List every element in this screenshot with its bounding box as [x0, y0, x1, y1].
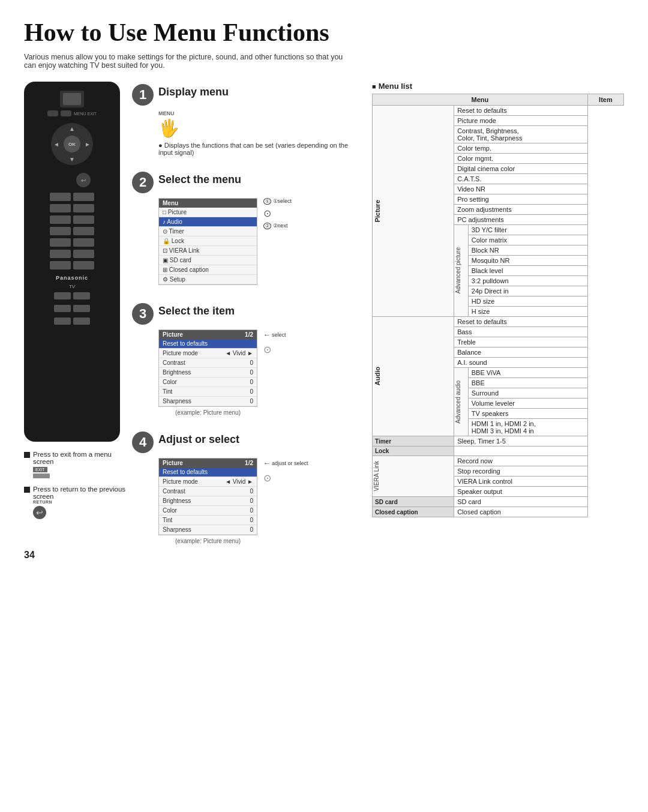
table-row: SD card SD card: [373, 497, 624, 507]
step-4-block: 4 Adjust or select Picture1/2 Reset to d…: [132, 429, 360, 544]
exit-key[interactable]: [33, 474, 50, 478]
step3-item-contrast[interactable]: Contrast0: [159, 358, 257, 368]
step3-item-brightness[interactable]: Brightness0: [159, 368, 257, 377]
step-2-select-note: ① ①select: [263, 198, 292, 204]
step-2-menu: Menu □ Picture ♪ Audio ⊙ Timer 🔒 Lock ⊡ …: [158, 198, 257, 287]
step-4-title: Adjust or select: [158, 433, 239, 446]
rect-btn-2[interactable]: [73, 193, 94, 201]
rect-btn-1[interactable]: [50, 193, 71, 201]
rect-btn-5[interactable]: [50, 215, 71, 224]
panasonic-logo: Panasonic: [56, 275, 88, 281]
step-2-header: 2 Select the menu: [132, 169, 360, 193]
step-1-block: 1 Display menu MENU 🖐 ● Displays the fun…: [132, 82, 360, 156]
step3-item-reset[interactable]: Reset to defaults: [159, 339, 257, 349]
menu-item-timer[interactable]: ⊙ Timer: [159, 227, 257, 236]
step3-item-color[interactable]: Color0: [159, 377, 257, 387]
remote-row-7: [50, 261, 94, 269]
mosquito-nr-item: Mosquito NR: [468, 256, 587, 266]
step-4-adjust-arrow: ← adjust or select: [263, 459, 308, 468]
rect-btn-13[interactable]: [50, 261, 71, 269]
remote-row-9: [54, 305, 90, 312]
audio-reset-item: Reset to defaults: [454, 317, 588, 327]
ok-button[interactable]: OK: [64, 136, 80, 152]
video-nr-item: Video NR: [454, 184, 588, 194]
rect-btn-small-5[interactable]: [54, 317, 71, 325]
step-4-example: (example: Picture menu): [158, 538, 257, 544]
step3-item-sharpness[interactable]: Sharpness0: [159, 397, 257, 406]
3d-yc-filter-item: 3D Y/C filter: [468, 225, 587, 235]
sdcard-item: SD card: [454, 497, 588, 507]
rect-btn-7[interactable]: [50, 227, 71, 235]
rect-btn-small-4[interactable]: [73, 305, 90, 312]
rect-btn-10[interactable]: [73, 238, 94, 247]
step4-item-reset[interactable]: Reset to defaults: [159, 468, 257, 477]
menu-col-header: Menu: [373, 94, 588, 106]
step-3-header: 3 Select the item: [132, 301, 360, 325]
return-key[interactable]: ↩: [33, 506, 46, 519]
color-mgmt-item: Color mgmt.: [454, 154, 588, 164]
step4-item-contrast[interactable]: Contrast0: [159, 487, 257, 496]
step-3-number: 3: [132, 303, 154, 325]
rect-btn-9[interactable]: [50, 238, 71, 247]
btn-small-2[interactable]: [61, 110, 71, 116]
step3-item-mode[interactable]: Picture mode ◄ Vivid ►: [159, 349, 257, 358]
menu-item-closed[interactable]: ⊞ Closed caption: [159, 265, 257, 275]
step-1-menu-label: MENU: [158, 110, 360, 116]
hd-size-item: HD size: [468, 296, 587, 307]
bullet-return: [24, 487, 30, 493]
menu-item-setup[interactable]: ⚙ Setup: [159, 275, 257, 284]
menu-item-sdcard[interactable]: ▣ SD card: [159, 256, 257, 265]
page-container: How to Use Menu Functions Various menus …: [0, 0, 648, 576]
step-1-content: MENU 🖐 ● Displays the functions that can…: [158, 110, 360, 156]
menu-item-audio[interactable]: ♪ Audio: [159, 217, 257, 227]
remote-row-4: [50, 227, 94, 235]
rect-btn-3[interactable]: [50, 204, 71, 212]
rect-btn-11[interactable]: [50, 250, 71, 258]
step4-item-tint[interactable]: Tint0: [159, 516, 257, 525]
remote-control: MENU EXIT ▲ ▼ ◄ ► OK: [24, 82, 120, 442]
right-column: Menu list Menu Item Picture Reset to def…: [372, 82, 624, 558]
closed-caption-category: Closed caption: [373, 507, 454, 517]
exit-button-label[interactable]: EXIT: [33, 467, 47, 472]
bullet-exit: [24, 452, 30, 458]
menu-item-lock[interactable]: 🔒 Lock: [159, 236, 257, 246]
surround-item: Surround: [468, 388, 587, 398]
remote-row-3: [50, 215, 94, 224]
step4-item-color[interactable]: Color0: [159, 506, 257, 516]
rect-btn-small-1[interactable]: [54, 292, 71, 299]
rect-btn-small-3[interactable]: [54, 305, 71, 312]
step4-item-sharpness[interactable]: Sharpness0: [159, 525, 257, 535]
bbe-item: BBE: [468, 378, 587, 388]
rect-btn-14[interactable]: [73, 261, 94, 269]
step-3-content: Picture1/2 Reset to defaults Picture mod…: [158, 329, 360, 416]
rect-btn-6[interactable]: [73, 215, 94, 224]
menu-item-picture[interactable]: □ Picture: [159, 208, 257, 217]
step-3-example: (example: Picture menu): [158, 409, 257, 416]
step-2-ok-icon: ⊙: [263, 208, 292, 219]
step4-item-brightness[interactable]: Brightness0: [159, 496, 257, 506]
rect-btn-12[interactable]: [73, 250, 94, 258]
rect-btn-small-6[interactable]: [73, 317, 90, 325]
ai-sound-item: A.I. sound: [454, 358, 588, 368]
step4-item-mode[interactable]: Picture mode ◄ Vivid ►: [159, 477, 257, 487]
advanced-audio-category: Advanced audio: [454, 368, 469, 436]
step-2-annotations: ① ①select ⊙ ② ②next: [263, 198, 292, 229]
item-col-header: Item: [587, 94, 623, 106]
rect-btn-8[interactable]: [73, 227, 94, 235]
remote-nav-circle[interactable]: ▲ ▼ ◄ ► OK: [51, 123, 93, 165]
menu-item-viera[interactable]: ⊡ VIERA Link: [159, 246, 257, 256]
step-1-number: 1: [132, 84, 154, 106]
remote-row-6: [50, 250, 94, 258]
step3-item-tint[interactable]: Tint0: [159, 387, 257, 397]
h-size-item: H size: [468, 307, 587, 317]
rect-btn-small-2[interactable]: [73, 292, 90, 299]
return-button[interactable]: ↩: [76, 173, 91, 187]
rect-btn-4[interactable]: [73, 204, 94, 212]
menu-table: Menu Item Picture Reset to defaults Pict…: [372, 94, 624, 517]
press-return-text: Press to return to the previous screen R…: [33, 486, 126, 519]
btn-small-1[interactable]: [47, 110, 58, 116]
block-nr-item: Block NR: [468, 245, 587, 256]
remote-row-1: [50, 193, 94, 201]
hdmi-item: HDMI 1 in, HDMI 2 in,HDMI 3 in, HDMI 4 i…: [468, 419, 587, 436]
timer-category: Timer: [373, 436, 454, 447]
